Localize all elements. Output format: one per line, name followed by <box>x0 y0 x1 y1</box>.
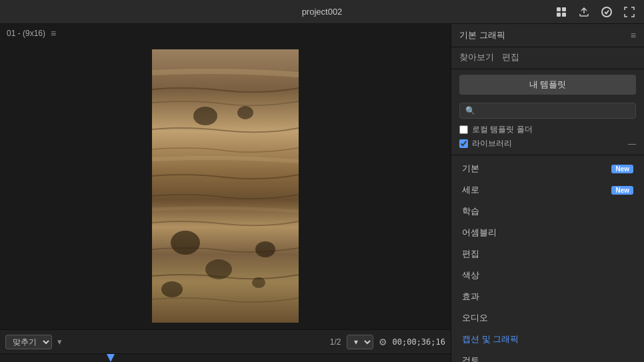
divider <box>451 155 644 155</box>
library-label: 라이브러리 <box>472 138 512 149</box>
right-panel: 기본 그래픽 ≡ 찾아보기 편집 내 템플릿 🔍 로컬 템플릿 폴더 <box>451 24 644 362</box>
sequence-label: 01 - (9x16) ≡ <box>0 24 451 43</box>
checkbox-area: 로컬 템플릿 폴더 라이브러리 — <box>451 121 644 152</box>
main-area: 01 - (9x16) ≡ <box>0 24 644 362</box>
svg-point-12 <box>161 281 183 297</box>
svg-rect-2 <box>557 13 561 17</box>
svg-rect-1 <box>562 7 566 11</box>
menu-item-label-1: 세로 <box>462 184 611 196</box>
svg-point-4 <box>602 7 611 17</box>
menu-item-7[interactable]: 오디오 <box>451 307 644 329</box>
search-icon: 🔍 <box>465 106 475 115</box>
timeline[interactable] <box>0 353 451 362</box>
tab-row: 찾아보기 편집 <box>451 47 644 69</box>
settings-icon[interactable]: ⚙ <box>379 337 387 347</box>
title-bar-icons <box>552 3 639 21</box>
page-select[interactable]: ▾ <box>347 335 373 349</box>
menu-item-label-0: 기본 <box>462 163 611 175</box>
video-frame <box>152 49 299 323</box>
menu-item-label-2: 학습 <box>462 205 633 217</box>
video-preview-area <box>0 43 451 329</box>
svg-point-7 <box>237 106 253 119</box>
template-button[interactable]: 내 템플릿 <box>459 75 636 95</box>
menu-item-label-3: 어셈블리 <box>462 227 633 239</box>
menu-item-8[interactable]: 캡션 및 그래픽 <box>451 329 644 350</box>
chevron-down-icon: ▾ <box>57 337 62 347</box>
right-panel-header: 기본 그래픽 ≡ <box>451 24 644 47</box>
grid-icon[interactable] <box>552 3 571 21</box>
local-template-label: 로컬 템플릿 폴더 <box>472 124 533 135</box>
hamburger-icon[interactable]: ≡ <box>51 28 56 39</box>
menu-item-label-4: 편집 <box>462 248 633 260</box>
check-icon[interactable] <box>597 3 616 21</box>
menu-item-2[interactable]: 학습 <box>451 201 644 222</box>
menu-item-6[interactable]: 효과 <box>451 286 644 307</box>
right-panel-title: 기본 그래픽 <box>459 29 505 41</box>
menu-item-9[interactable]: 검토 <box>451 350 644 362</box>
left-panel: 01 - (9x16) ≡ <box>0 24 451 362</box>
badge-new-1: New <box>611 186 633 195</box>
menu-item-label-9: 검토 <box>462 355 633 362</box>
tab-edit[interactable]: 편집 <box>502 51 519 65</box>
menu-item-label-6: 효과 <box>462 291 633 303</box>
fullscreen-icon[interactable] <box>620 3 639 21</box>
menu-list: 기본New세로New학습어셈블리편집색상효과오디오캡션 및 그래픽검토라이브러리… <box>451 158 644 362</box>
svg-point-8 <box>171 231 200 255</box>
page-indicator: 1/2 <box>330 337 341 347</box>
library-checkbox[interactable] <box>459 139 468 148</box>
menu-item-4[interactable]: 편집 <box>451 243 644 265</box>
bottom-controls: 맞추기 ▾ 1/2 ▾ ⚙ 00;00;36;16 <box>0 329 451 353</box>
playhead-marker <box>107 354 115 362</box>
menu-item-0[interactable]: 기본New <box>451 158 644 179</box>
video-image <box>152 49 299 323</box>
timecode: 00;00;36;16 <box>393 337 445 347</box>
menu-item-label-5: 색상 <box>462 269 633 281</box>
svg-point-10 <box>205 259 232 279</box>
right-panel-menu-icon[interactable]: ≡ <box>631 30 636 41</box>
menu-item-5[interactable]: 색상 <box>451 265 644 286</box>
menu-item-label-7: 오디오 <box>462 312 633 324</box>
menu-item-3[interactable]: 어셈블리 <box>451 222 644 243</box>
sequence-name: 01 - (9x16) <box>7 29 45 38</box>
checkbox-library: 라이브러리 — <box>459 138 636 149</box>
checkbox-local: 로컬 템플릿 폴더 <box>459 124 636 135</box>
fit-select[interactable]: 맞추기 <box>5 335 52 349</box>
window-title: project002 <box>302 7 343 17</box>
svg-rect-0 <box>557 7 561 11</box>
svg-rect-3 <box>562 13 566 17</box>
timeline-playhead[interactable] <box>107 354 115 362</box>
svg-point-6 <box>193 107 217 125</box>
export-icon[interactable] <box>575 3 593 21</box>
library-dash: — <box>628 139 636 149</box>
menu-item-1[interactable]: 세로New <box>451 179 644 201</box>
video-content <box>152 49 299 323</box>
svg-point-9 <box>255 241 275 257</box>
right-wrapper: 기본 그래픽 ≡ 찾아보기 편집 내 템플릿 🔍 로컬 템플릿 폴더 <box>451 24 644 362</box>
svg-point-11 <box>252 277 265 288</box>
title-bar: project002 <box>0 0 644 24</box>
search-box: 🔍 <box>459 103 636 119</box>
tab-browse[interactable]: 찾아보기 <box>459 51 494 65</box>
badge-new-0: New <box>611 165 633 173</box>
local-template-checkbox[interactable] <box>459 125 468 134</box>
search-input[interactable] <box>479 106 630 115</box>
menu-item-label-8: 캡션 및 그래픽 <box>462 333 633 345</box>
